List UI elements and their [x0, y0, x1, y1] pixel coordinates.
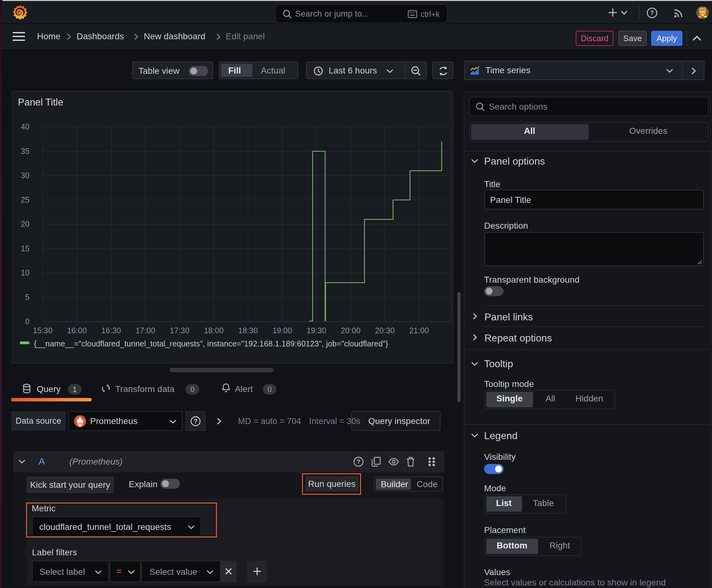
- svg-text:16:30: 16:30: [102, 326, 121, 335]
- svg-text:18:00: 18:00: [204, 326, 224, 335]
- svg-text:20:00: 20:00: [341, 326, 361, 335]
- svg-text:0: 0: [25, 317, 29, 326]
- svg-text:?: ?: [650, 9, 654, 16]
- svg-text:18:30: 18:30: [238, 326, 258, 335]
- svg-text:30: 30: [21, 171, 29, 180]
- svg-text:10: 10: [21, 268, 29, 277]
- svg-text:?: ?: [194, 418, 197, 425]
- svg-text:40: 40: [21, 122, 29, 131]
- svg-text:16:00: 16:00: [67, 326, 87, 335]
- svg-text:19:00: 19:00: [273, 326, 292, 335]
- svg-text:{__name__="cloudflared_tunnel_: {__name__="cloudflared_tunnel_total_requ…: [34, 339, 388, 348]
- svg-text:5: 5: [25, 293, 29, 301]
- svg-text:35: 35: [21, 147, 29, 155]
- svg-text:15: 15: [21, 244, 29, 253]
- svg-text:20: 20: [21, 219, 29, 228]
- svg-text:?: ?: [357, 458, 360, 465]
- svg-text:25: 25: [21, 195, 29, 204]
- svg-text:20:30: 20:30: [375, 326, 395, 335]
- svg-text:21:00: 21:00: [409, 326, 429, 335]
- svg-text:15:30: 15:30: [33, 326, 53, 335]
- svg-text:17:30: 17:30: [170, 326, 190, 335]
- svg-text:19:30: 19:30: [307, 326, 326, 335]
- svg-text:17:00: 17:00: [136, 326, 155, 335]
